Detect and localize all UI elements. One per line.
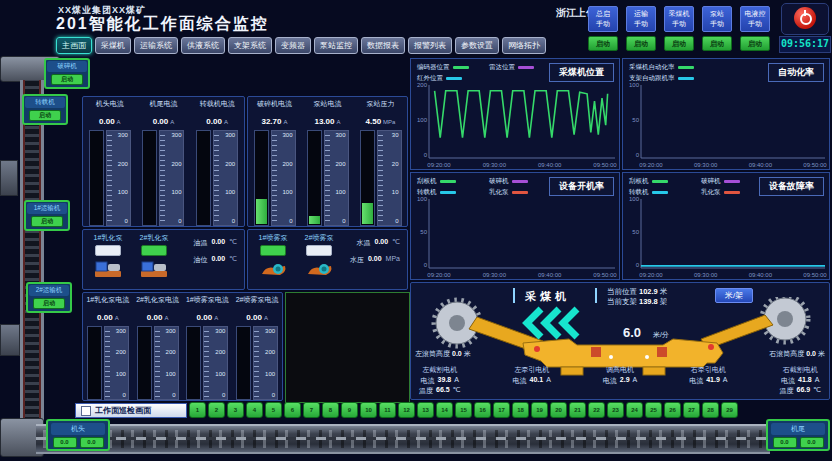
shearer-speed-value: 6.0 <box>623 325 641 340</box>
gauge-tube <box>89 130 104 226</box>
support-button-21[interactable]: 21 <box>569 402 586 418</box>
support-button-3[interactable]: 3 <box>227 402 244 418</box>
support-button-23[interactable]: 23 <box>607 402 624 418</box>
control-start-button[interactable]: 启动 <box>588 36 618 51</box>
tab-9[interactable]: 参数设置 <box>455 37 499 54</box>
gauge-value-row: 0.00A <box>97 306 119 324</box>
support-button-6[interactable]: 6 <box>284 402 301 418</box>
gauge-value: 13.00 <box>314 117 334 126</box>
support-button-5[interactable]: 5 <box>265 402 282 418</box>
left-drum-height: 左滚筒高度0.0米 <box>415 349 471 359</box>
tab-3[interactable]: 供液系统 <box>181 37 225 54</box>
support-button-10[interactable]: 10 <box>360 402 377 418</box>
tab-8[interactable]: 报警列表 <box>408 37 452 54</box>
support-button-24[interactable]: 24 <box>626 402 643 418</box>
support-button-15[interactable]: 15 <box>455 402 472 418</box>
conveyor-tail-box: 机尾 0.0 0.0 <box>766 419 830 451</box>
gauge-tick: 100 <box>335 189 345 195</box>
support-button-20[interactable]: 20 <box>550 402 567 418</box>
legend-swatch <box>652 191 668 194</box>
rail-device-start-button[interactable]: 启动 <box>31 216 63 227</box>
pump-indicator[interactable] <box>141 245 167 256</box>
control-start-button[interactable]: 启动 <box>626 36 656 51</box>
support-button-22[interactable]: 22 <box>588 402 605 418</box>
y-tick-label: 0 <box>625 262 639 268</box>
control-start-button[interactable]: 启动 <box>664 36 694 51</box>
gauge-label: 2#喷雾泵电流 <box>236 295 279 305</box>
power-button[interactable] <box>781 3 829 35</box>
rail-device-start-button[interactable]: 启动 <box>33 298 65 309</box>
gauge-unit: A <box>117 119 121 125</box>
support-button-29[interactable]: 29 <box>721 402 738 418</box>
tab-0[interactable]: 主画面 <box>56 37 92 54</box>
legend-swatch <box>512 180 528 183</box>
motor-name: 左截割电机 <box>419 365 461 375</box>
tab-4[interactable]: 支架系统 <box>228 37 272 54</box>
gauge-scale: 3002001000 <box>159 130 184 226</box>
top-a-row: 机头电流0.00A3002001000机尾电流0.00A3002001000转载… <box>83 97 244 226</box>
motor-3: 右牵引电机电流41.9A <box>689 365 727 396</box>
x-tick-label: 09:50:00 <box>799 272 831 278</box>
device-control-bar: 总启手动启动运输手动启动采煤机手动启动泵站手动启动电液控手动启动 <box>588 6 770 51</box>
motor-reading: 电流40.1A <box>513 376 551 386</box>
x-tick-label: 09:40:00 <box>534 162 566 168</box>
gauge-label: 1#喷雾泵电流 <box>186 295 229 305</box>
rail-device-start-button[interactable]: 启动 <box>29 110 61 121</box>
support-button-28[interactable]: 28 <box>702 402 719 418</box>
reading-row: 水温0.00℃ <box>342 238 405 248</box>
support-button-12[interactable]: 12 <box>398 402 415 418</box>
motor-reading-label: 温度 <box>419 386 433 396</box>
inspection-checkbox[interactable] <box>81 406 91 416</box>
support-button-18[interactable]: 18 <box>512 402 529 418</box>
support-button-2[interactable]: 2 <box>208 402 225 418</box>
clock: 09:56:17 <box>779 36 831 53</box>
control-start-button[interactable]: 启动 <box>702 36 732 51</box>
motor-reading-unit: ℃ <box>813 386 821 396</box>
spray-pump-panel: 1#喷雾泵 2#喷雾泵 水温0.00℃ 水压0.00MPa <box>247 229 408 290</box>
control-status: 电液控手动 <box>740 6 770 32</box>
legend-swatch <box>652 180 668 183</box>
support-button-7[interactable]: 7 <box>303 402 320 418</box>
motor-reading: 电流2.9A <box>603 376 637 386</box>
video-feed-panel[interactable] <box>285 292 410 403</box>
control-status: 总启手动 <box>588 6 618 32</box>
gauge-tick: 0 <box>123 392 126 398</box>
support-button-26[interactable]: 26 <box>664 402 681 418</box>
support-button-13[interactable]: 13 <box>417 402 434 418</box>
support-button-9[interactable]: 9 <box>341 402 358 418</box>
gauge-tube <box>236 326 251 400</box>
support-button-8[interactable]: 8 <box>322 402 339 418</box>
x-tick-label: 09:30:00 <box>478 272 510 278</box>
rail-device-start-button[interactable]: 启动 <box>51 74 83 85</box>
chart-title: 自动化率 <box>768 63 824 82</box>
support-button-17[interactable]: 17 <box>493 402 510 418</box>
rail-device-label: 2#运输机 <box>29 285 69 296</box>
tab-5[interactable]: 变频器 <box>275 37 311 54</box>
control-group-2: 采煤机手动启动 <box>664 6 694 51</box>
support-button-19[interactable]: 19 <box>531 402 548 418</box>
gauge-tube <box>254 130 269 226</box>
support-button-16[interactable]: 16 <box>474 402 491 418</box>
pump-indicator[interactable] <box>260 245 286 256</box>
legend-item: 刮板机 <box>417 177 489 186</box>
support-button-1[interactable]: 1 <box>189 402 206 418</box>
y-tick-label: 0 <box>413 262 427 268</box>
tab-1[interactable]: 采煤机 <box>95 37 131 54</box>
gauge-tick: 300 <box>265 328 275 334</box>
support-button-27[interactable]: 27 <box>683 402 700 418</box>
tab-10[interactable]: 网络拓扑 <box>502 37 546 54</box>
gauge-tick: 300 <box>215 328 225 334</box>
tab-2[interactable]: 运输系统 <box>134 37 178 54</box>
support-button-14[interactable]: 14 <box>436 402 453 418</box>
pump-indicator[interactable] <box>95 245 121 256</box>
legend-label: 乳化泵 <box>489 188 509 197</box>
support-button-25[interactable]: 25 <box>645 402 662 418</box>
bottom-gauge-2: 1#喷雾泵电流0.00A3002001000 <box>186 295 229 400</box>
tab-7[interactable]: 数据报表 <box>361 37 405 54</box>
pump-indicator[interactable] <box>306 245 332 256</box>
support-button-4[interactable]: 4 <box>246 402 263 418</box>
chart-title: 设备开机率 <box>549 177 614 196</box>
control-start-button[interactable]: 启动 <box>740 36 770 51</box>
tab-6[interactable]: 泵站监控 <box>314 37 358 54</box>
support-button-11[interactable]: 11 <box>379 402 396 418</box>
